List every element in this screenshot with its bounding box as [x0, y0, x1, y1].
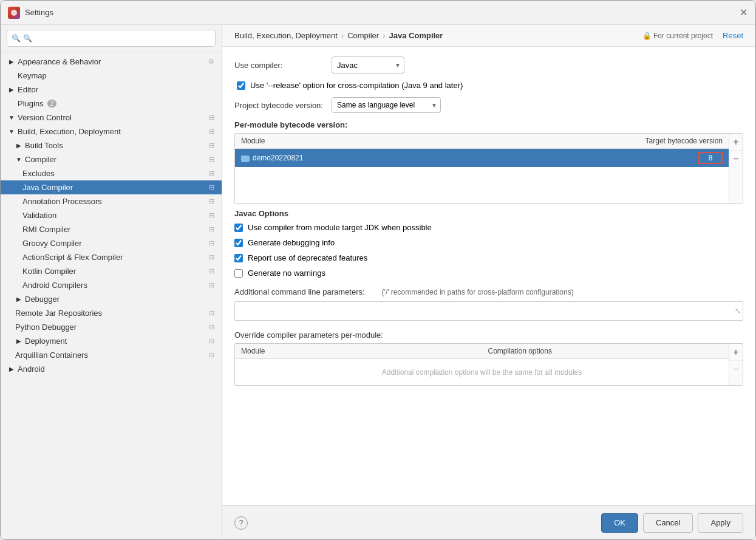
search-bar: 🔍: [1, 25, 222, 52]
page-icon: ⊟: [209, 281, 214, 289]
sidebar-item-rmi-compiler[interactable]: RMI Compiler ⊟: [1, 222, 222, 236]
sidebar-item-label: Appearance & Behavior: [18, 57, 101, 66]
main-body: Use compiler: Javac Eclipse Ajc ▼ Use '-…: [222, 47, 755, 505]
vcs-icon: ⊟: [209, 114, 214, 121]
page-icon: ⊟: [209, 323, 214, 331]
table-row[interactable]: demo20220821 8: [235, 149, 729, 167]
breadcrumb: Build, Execution, Deployment › Compiler …: [234, 31, 443, 40]
sidebar-item-excludes[interactable]: Excludes ⊟: [1, 166, 222, 180]
build-icon: ⊟: [209, 128, 214, 135]
expand-arrow: ▶: [8, 86, 15, 94]
sidebar-item-actionscript-compiler[interactable]: ActionScript & Flex Compiler ⊟: [1, 250, 222, 264]
page-icon: ⊟: [209, 197, 214, 205]
sidebar-item-appearance[interactable]: ▶ Appearance & Behavior ⚙: [1, 55, 222, 69]
sidebar-item-kotlin-compiler[interactable]: Kotlin Compiler ⊟: [1, 264, 222, 278]
sidebar-item-label: Android Compilers: [22, 281, 87, 290]
cancel-button[interactable]: Cancel: [643, 513, 693, 533]
override-compile-col: Compilation options: [482, 344, 729, 358]
sidebar-item-editor[interactable]: ▶ Editor: [1, 83, 222, 97]
generate-debugging-checkbox[interactable]: [234, 239, 243, 247]
page-icon: ⊟: [209, 309, 214, 317]
sidebar-item-version-control[interactable]: ▼ Version Control ⊟: [1, 111, 222, 125]
override-module-col: Module: [235, 344, 482, 358]
sidebar-item-build-exec-deploy[interactable]: ▼ Build, Execution, Deployment ⊟: [1, 125, 222, 138]
nav-tree: ▶ Appearance & Behavior ⚙ ▶ Keymap ▶ Edi…: [1, 52, 222, 539]
add-row-button[interactable]: +: [729, 134, 743, 151]
sidebar-item-label: Plugins: [18, 99, 44, 108]
params-input[interactable]: [234, 301, 743, 321]
sidebar-item-groovy-compiler[interactable]: Groovy Compiler ⊟: [1, 236, 222, 250]
release-option-checkbox[interactable]: [237, 81, 245, 90]
bytecode-version-label: Project bytecode version:: [234, 101, 332, 110]
generate-no-warnings-checkbox[interactable]: [234, 269, 243, 278]
bytecode-version-row: Project bytecode version: Same as langua…: [234, 97, 743, 113]
breadcrumb-sep1: ›: [341, 31, 344, 40]
sidebar-item-android[interactable]: ▶ Android: [1, 362, 222, 376]
sidebar-item-label: RMI Compiler: [22, 225, 70, 234]
page-icon: ⊟: [209, 169, 214, 177]
sidebar-item-label: Debugger: [25, 295, 60, 304]
sidebar-item-validation[interactable]: Validation ⊟: [1, 208, 222, 222]
help-button[interactable]: ?: [234, 516, 248, 530]
module-col-header: Module: [235, 134, 607, 148]
sidebar-item-label: Python Debugger: [15, 323, 77, 332]
expand-arrow: ▶: [15, 338, 22, 345]
expand-arrow: ▶: [8, 58, 15, 66]
compiler-select[interactable]: Javac Eclipse Ajc: [332, 56, 404, 73]
report-deprecated-label: Report use of deprecated features: [248, 253, 367, 262]
override-empty-text: Additional compilation options will be t…: [382, 368, 582, 377]
generate-debugging-label: Generate debugging info: [248, 238, 335, 247]
report-deprecated-checkbox[interactable]: [234, 254, 243, 262]
sidebar-item-label: Excludes: [22, 169, 55, 178]
sidebar-item-annotation-processors[interactable]: Annotation Processors ⊟: [1, 194, 222, 208]
sidebar-item-compiler[interactable]: ▼ Compiler ⊟: [1, 152, 222, 166]
sidebar-item-label: Compiler: [25, 155, 56, 164]
breadcrumb-sep2: ›: [383, 31, 385, 40]
bottom-bar: ? OK Cancel Apply: [222, 505, 755, 539]
bytecode-version-select[interactable]: Same as language level: [332, 97, 441, 113]
settings-icon: ⚙: [208, 58, 214, 66]
search-input[interactable]: [7, 30, 216, 47]
generate-no-warnings-row: Generate no warnings: [234, 268, 743, 278]
header-right: 🔒 For current project Reset: [642, 31, 743, 40]
close-button[interactable]: ✕: [738, 8, 748, 18]
sidebar-item-label: Groovy Compiler: [22, 239, 82, 248]
sidebar-item-java-compiler[interactable]: Java Compiler ⊟: [1, 180, 222, 194]
sidebar-item-plugins[interactable]: ▶ Plugins 2: [1, 97, 222, 111]
sidebar-item-android-compilers[interactable]: Android Compilers ⊟: [1, 278, 222, 292]
sidebar-item-remote-jar[interactable]: Remote Jar Repositories ⊟: [1, 306, 222, 320]
remove-row-button[interactable]: −: [729, 151, 743, 168]
generate-debugging-row: Generate debugging info: [234, 238, 743, 247]
breadcrumb-part1: Build, Execution, Deployment: [234, 31, 338, 40]
expand-icon[interactable]: ⤡: [735, 307, 741, 315]
override-add-button[interactable]: +: [729, 344, 743, 361]
page-icon: ⊟: [209, 337, 214, 345]
per-module-section: Per-module bytecode version: Module Targ…: [234, 120, 743, 204]
module-name-cell: demo20220821: [235, 151, 607, 165]
sidebar-item-python-debugger[interactable]: Python Debugger ⊟: [1, 320, 222, 334]
version-value: 8: [698, 152, 723, 164]
reset-button[interactable]: Reset: [723, 31, 743, 40]
use-compiler-from-module-checkbox[interactable]: [234, 224, 243, 232]
sidebar-item-debugger[interactable]: ▶ Debugger: [1, 292, 222, 306]
apply-button[interactable]: Apply: [698, 513, 743, 533]
sidebar-item-build-tools[interactable]: ▶ Build Tools ⊟: [1, 138, 222, 152]
override-section: Override compiler parameters per-module:…: [234, 330, 743, 386]
breadcrumb-part3: Java Compiler: [389, 31, 443, 40]
page-icon: ⊟: [209, 239, 214, 247]
sidebar-item-arquillian[interactable]: Arquillian Containers ⊟: [1, 348, 222, 362]
override-empty-message: Additional compilation options will be t…: [235, 359, 729, 385]
params-label: Additional command line parameters:: [234, 287, 365, 296]
sidebar-item-keymap[interactable]: ▶ Keymap: [1, 69, 222, 83]
release-option-row: Use '--release' option for cross-compila…: [237, 81, 743, 90]
expand-arrow: ▼: [15, 156, 22, 163]
release-option-label: Use '--release' option for cross-compila…: [250, 81, 463, 90]
override-label: Override compiler parameters per-module:: [234, 330, 743, 340]
window-title: Settings: [25, 8, 738, 17]
sidebar-item-deployment[interactable]: ▶ Deployment ⊟: [1, 334, 222, 348]
override-table-header: Module Compilation options: [235, 344, 729, 359]
override-remove-button[interactable]: −: [729, 361, 743, 378]
sidebar-item-label: Build, Execution, Deployment: [18, 127, 121, 136]
ok-button[interactable]: OK: [601, 513, 638, 533]
bottom-right: OK Cancel Apply: [601, 513, 743, 533]
